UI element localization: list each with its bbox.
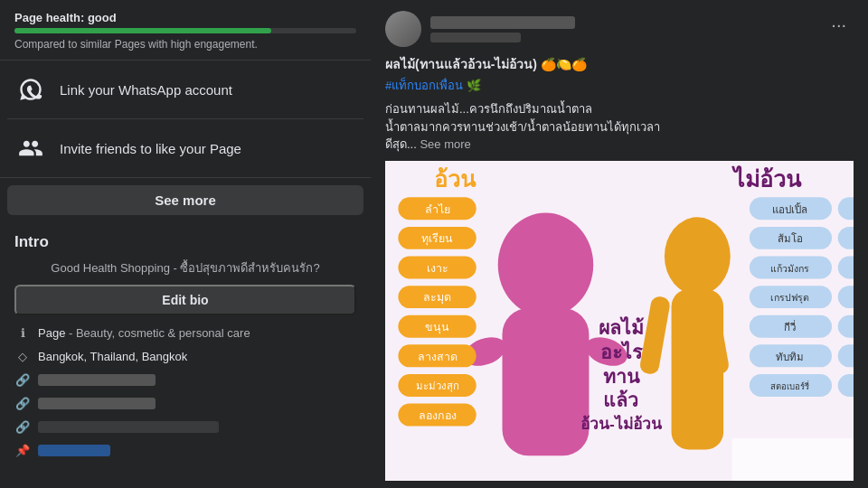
svg-text:ลองกอง: ลองกอง (419, 408, 457, 421)
intro-meta: ℹ Page - Beauty, cosmetic & personal car… (14, 324, 356, 458)
svg-text:กีวี่: กีวี่ (784, 320, 796, 333)
intro-title: Intro (14, 233, 356, 251)
location-icon: ◇ (14, 348, 31, 364)
meta-link-2: 🔗 (14, 395, 356, 411)
whatsapp-icon (14, 73, 47, 106)
right-panel: ··· ผลไม้(ทานแล้วอ้วน-ไม่อ้วน) 🍊🍋🍊 #แท็ก… (371, 0, 868, 488)
invite-label: Invite friends to like your Page (60, 141, 241, 156)
edit-bio-button[interactable]: Edit bio (14, 285, 356, 315)
action-list: Link your WhatsApp account Invite friend… (0, 61, 371, 178)
svg-text:แอปเปิ้ล: แอปเปิ้ล (772, 202, 807, 214)
svg-text:ผลไม้: ผลไม้ (599, 315, 645, 337)
svg-text:ทับทิม: ทับทิม (776, 351, 804, 361)
svg-text:ทุเรียน: ทุเรียน (421, 232, 453, 246)
post-image: ผลไม้ อะไร ทาน แล้ว อ้วน-ไม่อ้วน อ้วน ไม… (385, 161, 854, 482)
svg-rect-2 (503, 308, 590, 455)
svg-text:อ้วน-ไม่อ้วน: อ้วน-ไม่อ้วน (580, 415, 663, 433)
action-item-whatsapp[interactable]: Link your WhatsApp account (7, 61, 363, 119)
page-health-title: Page health: good (14, 11, 356, 24)
svg-text:ละมุด: ละมุด (423, 291, 451, 305)
svg-text:อะไร: อะไร (600, 340, 643, 361)
info-icon: ℹ (14, 324, 31, 341)
link-icon-3: 🔗 (14, 418, 31, 435)
more-options-button[interactable]: ··· (824, 11, 854, 39)
svg-text:เกรปฟรุต: เกรปฟรุต (770, 292, 809, 304)
intro-section: Intro Good Health Shopping - ซื้อปสุขภาพ… (0, 222, 371, 469)
intro-desc: Good Health Shopping - ซื้อปสุขภาพดีสำหร… (14, 258, 356, 277)
post-author (385, 11, 575, 47)
meta-link-url[interactable] (38, 421, 219, 433)
avatar-image (385, 11, 421, 47)
svg-text:ลำไย: ลำไย (425, 202, 450, 215)
meta-category: ℹ Page - Beauty, cosmetic & personal car… (14, 324, 356, 341)
extra-icon-1: 📌 (14, 442, 31, 458)
meta-extra-blurred-1 (38, 445, 110, 456)
health-subtitle: Compared to similar Pages with high enga… (14, 38, 356, 51)
meta-link-blurred-1 (38, 374, 156, 386)
author-sub-blurred (430, 33, 521, 42)
author-info (430, 16, 575, 42)
svg-text:อ้วน: อ้วน (434, 165, 476, 191)
svg-text:ส้มโอ: ส้มโอ (778, 232, 803, 244)
post-body: ก่อนทานผลไม้...ควรนึกถึงปริมาณน้ำตาล น้ำ… (385, 100, 854, 154)
health-bar-fill (14, 28, 271, 33)
svg-text:มะม่วงสุก: มะม่วงสุก (416, 380, 459, 392)
action-item-invite[interactable]: Invite friends to like your Page (7, 119, 363, 177)
link-icon-2: 🔗 (14, 395, 31, 411)
post-hashtag[interactable]: #แท็กบอกเพื่อน 🌿 (385, 76, 854, 95)
whatsapp-label: Link your WhatsApp account (60, 82, 232, 98)
meta-location: ◇ Bangkok, Thailand, Bangkok (14, 348, 356, 364)
see-more-button[interactable]: See more (7, 185, 363, 215)
see-more-link[interactable]: See more (420, 137, 470, 151)
meta-link-1: 🔗 (14, 371, 356, 388)
svg-text:ไม่อ้วน: ไม่อ้วน (731, 164, 802, 191)
svg-text:ขนุน: ขนุน (425, 321, 449, 334)
left-panel: Page health: good Compared to similar Pa… (0, 0, 371, 488)
svg-text:แล้ว: แล้ว (603, 389, 638, 410)
health-bar-background (14, 28, 356, 33)
svg-text:แก้วมังกร: แก้วมังกร (770, 262, 809, 273)
meta-page-label: Page - Beauty, cosmetic & personal care (38, 326, 250, 340)
link-icon-1: 🔗 (14, 371, 31, 388)
post-card: ··· ผลไม้(ทานแล้วอ้วน-ไม่อ้วน) 🍊🍋🍊 #แท็ก… (371, 0, 868, 488)
meta-extra-1: 📌 (14, 442, 356, 458)
meta-location-value: Bangkok, Thailand, Bangkok (38, 350, 187, 363)
svg-point-5 (665, 217, 731, 295)
post-title: ผลไม้(ทานแล้วอ้วน-ไม่อ้วน) 🍊🍋🍊 (385, 54, 854, 74)
svg-text:สตอเบอร์รี่: สตอเบอร์รี่ (770, 380, 809, 391)
avatar (385, 11, 421, 47)
meta-link-3: 🔗 (14, 418, 356, 435)
page-health-section: Page health: good Compared to similar Pa… (0, 0, 371, 61)
svg-text:ลางสาด: ลางสาด (418, 350, 458, 362)
svg-text:ทาน: ทาน (603, 365, 640, 386)
svg-text:เงาะ: เงาะ (427, 261, 448, 274)
svg-point-1 (498, 212, 594, 316)
invite-friends-icon (14, 132, 47, 164)
meta-link-blurred-2 (38, 398, 156, 409)
author-name-blurred (430, 16, 575, 29)
svg-rect-60 (732, 437, 854, 481)
post-header: ··· (385, 11, 854, 47)
